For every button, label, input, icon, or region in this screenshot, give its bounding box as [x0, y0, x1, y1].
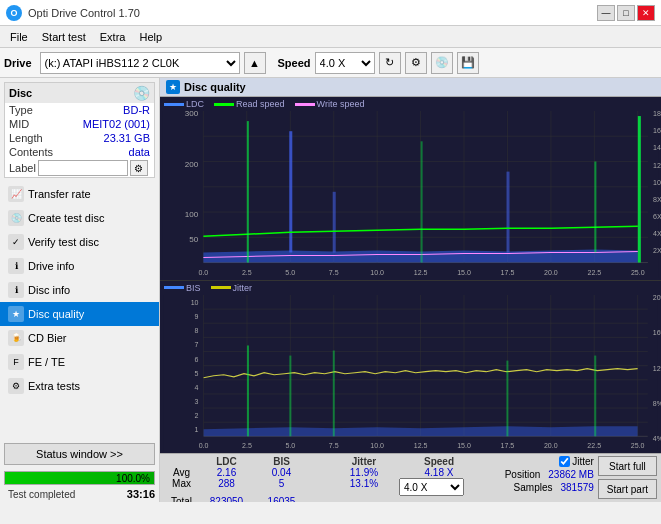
- svg-rect-47: [594, 162, 596, 253]
- jitter-checkbox[interactable]: [559, 456, 570, 467]
- start-full-button[interactable]: Start full: [598, 456, 657, 476]
- window-controls[interactable]: — □ ✕: [597, 5, 655, 21]
- sidebar-item-verify-test-disc[interactable]: ✓ Verify test disc: [0, 230, 159, 254]
- sidebar-nav: 📈 Transfer rate 💿 Create test disc ✓ Ver…: [0, 182, 159, 439]
- svg-text:0.0: 0.0: [199, 442, 209, 449]
- main-content: Disc 💿 Type BD-R MID MEIT02 (001) Length…: [0, 78, 661, 502]
- disc-label-input[interactable]: [38, 160, 128, 176]
- disc-header: Disc 💿: [5, 83, 154, 103]
- chart-title-icon: ★: [166, 80, 180, 94]
- maximize-button[interactable]: □: [617, 5, 635, 21]
- stats-max-jitter: 13.1%: [329, 478, 399, 496]
- disc-icon: 💿: [133, 85, 150, 101]
- sidebar-item-drive-info[interactable]: ℹ Drive info: [0, 254, 159, 278]
- svg-text:22.5: 22.5: [588, 269, 602, 276]
- disc-info-icon: ℹ: [8, 282, 24, 298]
- settings-button[interactable]: ⚙: [405, 52, 427, 74]
- stats-avg-bis: 0.04: [254, 467, 309, 478]
- svg-text:20.0: 20.0: [544, 442, 558, 449]
- svg-text:12X: 12X: [653, 162, 661, 169]
- svg-text:5.0: 5.0: [285, 442, 295, 449]
- svg-text:8: 8: [195, 327, 199, 334]
- svg-text:25.0: 25.0: [631, 269, 645, 276]
- stats-empty: [164, 456, 199, 467]
- progress-bar: 100.0%: [4, 471, 155, 485]
- chart-header: ★ Disc quality: [160, 78, 661, 97]
- legend-write-speed: Write speed: [295, 99, 365, 109]
- svg-text:16%: 16%: [653, 329, 661, 336]
- speed-select[interactable]: 4.0 X: [315, 52, 375, 74]
- sidebar-item-fe-te[interactable]: F FE / TE: [0, 350, 159, 374]
- sidebar-item-transfer-rate[interactable]: 📈 Transfer rate: [0, 182, 159, 206]
- minimize-button[interactable]: —: [597, 5, 615, 21]
- sidebar-item-disc-info[interactable]: ℹ Disc info: [0, 278, 159, 302]
- disc-length-row: Length 23.31 GB: [5, 131, 154, 145]
- disc-button[interactable]: 💿: [431, 52, 453, 74]
- stats-max-bis: 5: [254, 478, 309, 496]
- disc-type-row: Type BD-R: [5, 103, 154, 117]
- svg-text:0.0: 0.0: [198, 269, 208, 276]
- start-part-button[interactable]: Start part: [598, 479, 657, 499]
- svg-text:15.0: 15.0: [457, 442, 471, 449]
- svg-rect-44: [506, 172, 509, 253]
- fe-te-icon: F: [8, 354, 24, 370]
- svg-text:10.0: 10.0: [370, 269, 384, 276]
- stats-total-ldc: 823050: [199, 496, 254, 502]
- svg-text:22.5: 22.5: [587, 442, 601, 449]
- speed-label: Speed: [278, 57, 311, 69]
- start-buttons: Start full Start part: [598, 456, 657, 499]
- jitter-checkbox-label[interactable]: Jitter: [559, 456, 594, 467]
- svg-text:1: 1: [195, 426, 199, 433]
- svg-text:14X: 14X: [653, 144, 661, 151]
- sidebar-item-extra-tests[interactable]: ⚙ Extra tests: [0, 374, 159, 398]
- close-button[interactable]: ✕: [637, 5, 655, 21]
- eject-button[interactable]: ▲: [244, 52, 266, 74]
- drive-info-icon: ℹ: [8, 258, 24, 274]
- svg-text:50: 50: [189, 235, 198, 244]
- sidebar-item-disc-quality[interactable]: ★ Disc quality: [0, 302, 159, 326]
- menu-file[interactable]: File: [4, 30, 34, 44]
- menu-extra[interactable]: Extra: [94, 30, 132, 44]
- svg-text:2: 2: [195, 412, 199, 419]
- top-chart: LDC Read speed Write speed: [160, 97, 661, 281]
- svg-text:2.5: 2.5: [242, 442, 252, 449]
- charts-container: LDC Read speed Write speed: [160, 97, 661, 453]
- svg-text:3: 3: [195, 398, 199, 405]
- toolbar: Drive (k:) ATAPI iHBS112 2 CL0K ▲ Speed …: [0, 48, 661, 78]
- svg-text:4X: 4X: [653, 230, 661, 237]
- disc-label-row: Label ⚙: [5, 159, 154, 177]
- stats-ldc-header: LDC: [199, 456, 254, 467]
- stats-total-label: Total: [164, 496, 199, 502]
- chart-area: ★ Disc quality LDC Read speed: [160, 78, 661, 502]
- refresh-button[interactable]: ↻: [379, 52, 401, 74]
- progress-text: 100.0%: [116, 472, 150, 486]
- bottom-chart-legend: BIS Jitter: [160, 281, 661, 295]
- sidebar-item-create-test-disc[interactable]: 💿 Create test disc: [0, 206, 159, 230]
- stats-avg-speed: 4.18 X: [399, 467, 479, 478]
- save-button[interactable]: 💾: [457, 52, 479, 74]
- status-window-button[interactable]: Status window >>: [4, 443, 155, 465]
- svg-text:12.5: 12.5: [414, 442, 428, 449]
- drive-label: Drive: [4, 57, 32, 69]
- stats-bar: LDC BIS Jitter Speed Avg 2.16 0.04 11.9%…: [160, 453, 661, 502]
- svg-text:4%: 4%: [653, 435, 661, 442]
- legend-bis: BIS: [164, 283, 201, 293]
- chart-title: Disc quality: [184, 81, 246, 93]
- menu-start-test[interactable]: Start test: [36, 30, 92, 44]
- menu-help[interactable]: Help: [133, 30, 168, 44]
- svg-rect-48: [638, 116, 641, 262]
- svg-text:200: 200: [185, 160, 199, 169]
- chart-speed-select[interactable]: 4.0 X: [399, 478, 464, 496]
- stats-avg-jitter: 11.9%: [329, 467, 399, 478]
- stats-speed-header: Speed: [399, 456, 479, 467]
- legend-jitter: Jitter: [211, 283, 253, 293]
- svg-rect-97: [247, 345, 249, 436]
- stats-table: LDC BIS Jitter Speed Avg 2.16 0.04 11.9%…: [164, 456, 501, 502]
- svg-rect-46: [421, 141, 423, 262]
- sidebar-item-cd-bier[interactable]: 🍺 CD Bier: [0, 326, 159, 350]
- svg-rect-45: [247, 121, 249, 262]
- cd-bier-icon: 🍺: [8, 330, 24, 346]
- disc-label-button[interactable]: ⚙: [130, 160, 148, 176]
- drive-select[interactable]: (k:) ATAPI iHBS112 2 CL0K: [40, 52, 240, 74]
- disc-contents-row: Contents data: [5, 145, 154, 159]
